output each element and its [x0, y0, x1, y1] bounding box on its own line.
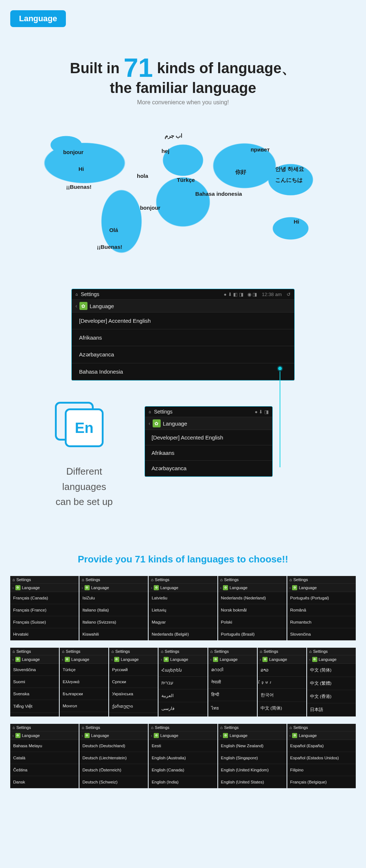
language-item[interactable]: नेपाली [208, 676, 257, 689]
language-item[interactable]: Lietuvių [149, 604, 217, 616]
language-item[interactable]: Rumantsch [287, 616, 356, 628]
language-item[interactable]: Deutsch (Österreich) [79, 764, 148, 776]
language-item[interactable]: Български [60, 688, 108, 700]
language-item[interactable]: Slovenčina [287, 628, 356, 640]
gear-icon: ✿ [262, 657, 268, 662]
language-item[interactable]: Bahasa Melayu [10, 740, 79, 752]
language-item[interactable]: Nederlands (België) [149, 628, 217, 640]
language-item[interactable]: മറാഠി [208, 664, 257, 676]
language-item[interactable]: Svenska [10, 688, 59, 700]
language-item[interactable]: Français (France) [10, 604, 79, 616]
language-item[interactable]: Afrikaans [145, 445, 272, 461]
grid-settings-label: Settings [115, 649, 130, 654]
language-item[interactable]: Türkçe [60, 664, 108, 676]
language-item[interactable]: 한국어 [258, 689, 306, 702]
language-item[interactable]: Suomi [10, 676, 59, 688]
language-item[interactable]: Català [10, 752, 79, 764]
language-item[interactable]: Español (Estados Unidos) [287, 752, 356, 764]
home-icon: ⌂ [309, 649, 312, 654]
grid-column: ⌂Settings‹✿LanguageTürkçeΕλληνικάБългарс… [60, 648, 108, 717]
language-item[interactable]: [Developer] Accented English [145, 430, 272, 445]
home-icon: ⌂ [75, 292, 78, 296]
language-item[interactable]: IsiZulu [79, 592, 148, 604]
status-title: Settings [81, 291, 221, 297]
language-item[interactable]: Latviešu [149, 592, 217, 604]
language-item[interactable]: Українська [109, 688, 158, 700]
language-item[interactable]: ខ្មែរ [258, 677, 306, 689]
language-item[interactable]: Filipino [287, 764, 356, 776]
language-item[interactable]: Hrvatski [10, 628, 79, 640]
language-item[interactable]: العربية [158, 689, 207, 702]
language-item[interactable]: Deutsch (Schweiz) [79, 776, 148, 788]
language-item[interactable]: Bahasa Indonesia [72, 363, 294, 380]
language-item[interactable]: Հայերեն [158, 664, 207, 677]
language-item[interactable]: 中文 (简体) [307, 664, 356, 677]
language-item[interactable]: Русский [109, 664, 158, 676]
language-item[interactable]: Монгол [60, 700, 108, 712]
language-item[interactable]: English (Australia) [149, 752, 217, 764]
language-item[interactable]: ລາວ [258, 664, 306, 677]
language-item[interactable]: עברית [158, 677, 207, 689]
language-item[interactable]: Azərbaycanca [72, 346, 294, 363]
language-item[interactable]: Ελληνικά [60, 676, 108, 688]
language-item[interactable]: ქართული [109, 700, 158, 713]
language-item[interactable]: Nederlands (Nederland) [218, 592, 287, 604]
language-item[interactable]: Français (Belgique) [287, 776, 356, 788]
language-item[interactable]: Italiano (Italia) [79, 604, 148, 616]
language-item[interactable]: Italiano (Svizzera) [79, 616, 148, 628]
provide-title: Provide you 71 kinds of languages to cho… [0, 554, 366, 565]
language-item[interactable]: [Developer] Accented English [72, 313, 294, 329]
map-label: Olá [109, 227, 118, 233]
home-icon: ⌂ [82, 725, 84, 730]
language-item[interactable]: Polski [218, 616, 287, 628]
language-item[interactable]: Magyar [149, 616, 217, 628]
language-item[interactable]: Norsk bokmål [218, 604, 287, 616]
language-item[interactable]: Eesti [149, 740, 217, 752]
language-item[interactable]: Español (España) [287, 740, 356, 752]
home-icon: ⌂ [12, 649, 15, 654]
language-item[interactable]: Deutsch (Deutschland) [79, 740, 148, 752]
language-item[interactable]: 中文 (繁體) [307, 677, 356, 690]
language-item[interactable]: 中文 (香港) [307, 690, 356, 703]
language-item[interactable]: ไทย [208, 701, 257, 715]
language-item[interactable]: Afrikaans [72, 329, 294, 346]
language-item[interactable]: فارسی [158, 702, 207, 715]
language-item[interactable]: English (Canada) [149, 764, 217, 776]
language-item[interactable]: Kiswahili [79, 628, 148, 640]
language-item[interactable]: Français (Canada) [10, 592, 79, 604]
language-item[interactable]: Deutsch (Liechtenstein) [79, 752, 148, 764]
chevron-left-icon: ‹ [82, 733, 83, 738]
language-item[interactable]: हिन्दी [208, 689, 257, 701]
language-header[interactable]: ‹ ✿ Language [72, 300, 294, 313]
language-item[interactable]: Čeština [10, 764, 79, 776]
hero-number: 71 [124, 53, 153, 82]
language-item[interactable]: Tiếng Việt [10, 700, 59, 713]
language-item[interactable]: Română [287, 604, 356, 616]
language-item[interactable]: Српски [109, 676, 158, 688]
home-icon: ⌂ [290, 725, 292, 730]
language-grid-2: ⌂Settings‹✿LanguageSlovenščinaSuomiSvens… [10, 648, 356, 717]
grid-language-label: Language [319, 657, 337, 662]
language-item[interactable]: Dansk [10, 776, 79, 788]
language-item[interactable]: English (United Kingdom) [218, 764, 287, 776]
gear-icon: ✿ [15, 657, 20, 662]
grid-language-label: Language [299, 585, 317, 590]
language-item[interactable]: English (India) [149, 776, 217, 788]
language-item[interactable]: Français (Suisse) [10, 616, 79, 628]
language-item[interactable]: Português (Portugal) [287, 592, 356, 604]
grid-language-label: Language [91, 585, 109, 590]
language-item[interactable]: 日本語 [307, 703, 356, 717]
language-item[interactable]: Azərbaycanca [145, 461, 272, 476]
language-item[interactable]: English (New Zealand) [218, 740, 287, 752]
language-header-small[interactable]: ‹ ✿ Language [145, 417, 272, 430]
language-item[interactable]: English (Singapore) [218, 752, 287, 764]
language-item[interactable]: 中文 (简体) [258, 702, 306, 715]
en-icon: En [65, 408, 104, 447]
grid-language-label: Language [299, 733, 317, 738]
grid-column: ⌂Settings‹✿LanguageLatviešuLietuviųMagya… [149, 576, 217, 640]
language-item[interactable]: Slovenščina [10, 664, 59, 676]
status-icons: ● ⬇ ◧ ◨ ◉ ◨ 12:38 am ↺ [224, 292, 291, 297]
home-icon: ⌂ [151, 577, 153, 582]
language-item[interactable]: English (United States) [218, 776, 287, 788]
language-item[interactable]: Português (Brasil) [218, 628, 287, 640]
